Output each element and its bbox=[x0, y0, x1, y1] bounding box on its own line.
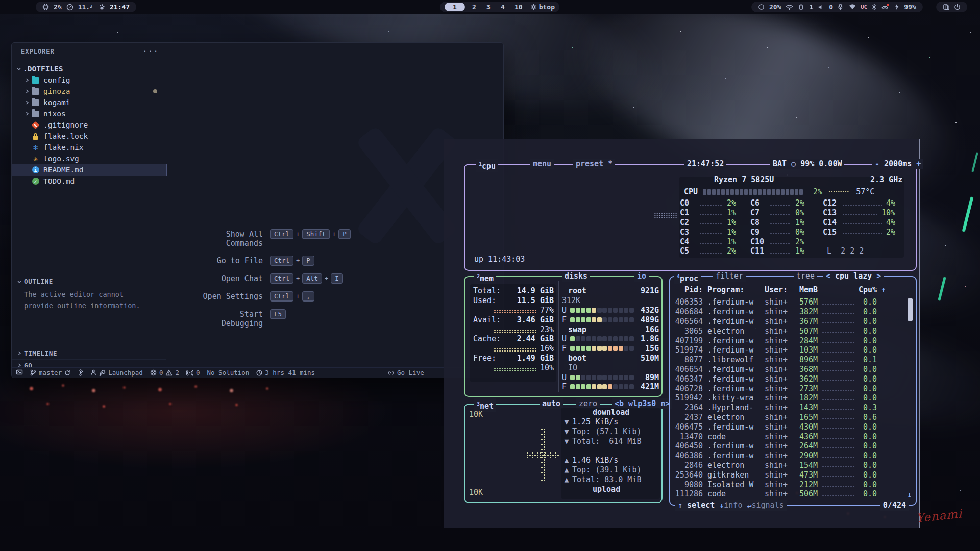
time-tracker-item[interactable]: 3 hrs 41 mins bbox=[256, 369, 315, 377]
process-row[interactable]: 111286codeshin+506M0.0 bbox=[670, 489, 916, 499]
process-row[interactable]: 406353.ferdium-wshin+576M0.0 bbox=[670, 297, 916, 307]
net-auto-button[interactable]: auto bbox=[540, 398, 563, 409]
process-row[interactable]: 406684.ferdium-wshin+382M0.0 bbox=[670, 307, 916, 317]
section-timeline[interactable]: TIMELINE bbox=[12, 347, 166, 359]
process-row[interactable]: 3065electronshin+507M0.0 bbox=[670, 326, 916, 336]
process-row[interactable]: 2846electronshin+154M0.0 bbox=[670, 461, 916, 470]
brightness-value: 20% bbox=[769, 3, 781, 11]
tree-root-dotfiles[interactable]: .DOTFILES bbox=[12, 63, 166, 74]
tree-item-README.md[interactable]: iREADME.md bbox=[12, 164, 166, 176]
disk-meter-row: U89M bbox=[562, 372, 659, 382]
proc-tree-button[interactable]: tree bbox=[794, 271, 817, 282]
key-cap: F5 bbox=[270, 309, 286, 319]
process-row[interactable]: 2437electronshin+165M0.6 bbox=[670, 413, 916, 422]
workspace-1[interactable]: 1 bbox=[445, 3, 465, 11]
process-row[interactable]: 406728.ferdium-wshin+273M0.0 bbox=[670, 384, 916, 393]
tree-item-ginoza[interactable]: ginoza bbox=[12, 86, 166, 97]
cpu-usage: 2% bbox=[54, 3, 62, 11]
proc-sort-control[interactable]: < cpu lazy > bbox=[823, 271, 884, 282]
process-row[interactable]: 519942.kitty-wrashin+182M0.0 bbox=[670, 393, 916, 403]
problems-item[interactable]: 0 2 bbox=[150, 369, 179, 377]
workspace-10[interactable]: 10 bbox=[512, 3, 525, 11]
keybinding-label: Go to File bbox=[195, 256, 263, 265]
process-row[interactable]: 2364.Hyprland-shin+143M0.3 bbox=[670, 403, 916, 413]
mem-stat-row: Avail:3.46 GiB bbox=[473, 315, 554, 324]
keybinding-hint: Start DebuggingF5 bbox=[195, 310, 481, 328]
proc-filter-button[interactable]: filter bbox=[713, 271, 746, 282]
tree-item-label: ginoza bbox=[43, 87, 70, 95]
ports-item[interactable]: 0 bbox=[186, 369, 200, 377]
explorer-more-actions-icon[interactable]: ··· bbox=[142, 46, 159, 56]
workspace-3[interactable]: 3 bbox=[483, 3, 494, 11]
process-row[interactable]: 406347.ferdium-wshin+362M0.0 bbox=[670, 374, 916, 384]
tree-item-flake.nix[interactable]: ✻flake.nix bbox=[12, 142, 166, 153]
disk-name-row: swap16G bbox=[562, 324, 659, 334]
vscode-statusbar: master Launchpad 0 2 0 No Solution 3 hrs… bbox=[12, 367, 503, 378]
core-stat-row: C11% bbox=[680, 208, 736, 218]
solution-item[interactable]: No Solution bbox=[207, 369, 249, 377]
tree-item-nixos[interactable]: nixos bbox=[12, 108, 166, 119]
process-row[interactable]: 9080Isolated Wshin+212M0.0 bbox=[670, 480, 916, 489]
net-scale-top: 10K bbox=[469, 410, 483, 419]
tree-item-flake.lock[interactable]: flake.lock bbox=[12, 131, 166, 142]
workspace-2[interactable]: 2 bbox=[469, 3, 479, 11]
tree-item-logo.svg[interactable]: ✳logo.svg bbox=[12, 153, 166, 164]
scroll-down-icon[interactable]: ↓ bbox=[907, 490, 912, 499]
disk-meter-row: F489G bbox=[562, 315, 659, 324]
process-row[interactable]: 8077.librewolfshin+896M0.1 bbox=[670, 355, 916, 365]
clock-pill[interactable]: 21:47 bbox=[92, 2, 136, 12]
mem-stat-graph-row: 77% bbox=[473, 306, 554, 315]
workspace-4[interactable]: 4 bbox=[498, 3, 508, 11]
section-outline[interactable]: OUTLINE bbox=[12, 276, 166, 287]
process-row[interactable]: 406386.ferdium-wshin+290M0.0 bbox=[670, 451, 916, 461]
key-cap: Ctrl bbox=[270, 229, 293, 239]
git-graph-icon bbox=[78, 369, 83, 376]
io-mode-button[interactable]: io bbox=[634, 271, 649, 282]
git-graph-item[interactable] bbox=[78, 369, 83, 376]
menu-button[interactable]: menu bbox=[530, 159, 554, 169]
process-row[interactable]: 13470codeshin+436M0.0 bbox=[670, 432, 916, 441]
remote-indicator[interactable] bbox=[16, 369, 23, 376]
proc-header-row[interactable]: Pid: Program: User: MemB Cpu% ↑ bbox=[670, 285, 916, 294]
git-branch-item[interactable]: master bbox=[30, 369, 70, 377]
modified-badge bbox=[153, 89, 157, 93]
proc-footer-keys[interactable]: ↑ select ↓info ↵signals bbox=[675, 500, 787, 511]
go-live-item[interactable]: Go Live bbox=[387, 369, 424, 377]
mem-box-title[interactable]: 2mem bbox=[474, 271, 496, 284]
load-average: L 2 2 2 bbox=[827, 246, 864, 256]
proc-scrollbar-thumb[interactable] bbox=[908, 298, 913, 321]
cpu-box-title[interactable]: 1cpu bbox=[476, 159, 498, 172]
process-row[interactable]: 406475.ferdium-wshin+430M0.0 bbox=[670, 422, 916, 432]
disks-title[interactable]: disks bbox=[562, 271, 590, 282]
connectivity-pill[interactable]: UC 99% bbox=[842, 2, 923, 12]
btop-window: 1cpu menu preset * 21:47:52 BAT ○ 99% 0.… bbox=[444, 139, 920, 528]
tree-item-kogami[interactable]: kogami bbox=[12, 97, 166, 108]
quick-stats-pill[interactable]: 20% 1 0 bbox=[751, 2, 850, 12]
proc-box-title[interactable]: 4proc bbox=[674, 271, 701, 284]
core-stat-row: C62% bbox=[750, 198, 804, 208]
process-row[interactable]: 406654.ferdium-wshin+368M0.0 bbox=[670, 365, 916, 374]
tree-item-label: nixos bbox=[43, 110, 66, 118]
update-interval-control[interactable]: - 2000ms + bbox=[872, 159, 923, 169]
tree-item-config[interactable]: config bbox=[12, 74, 166, 86]
process-row[interactable]: 519974.ferdium-wshin+103M0.0 bbox=[670, 345, 916, 355]
notification-mustache-icon bbox=[881, 4, 890, 10]
mem-stat-row: Used:11.5 GiB bbox=[473, 296, 554, 306]
battery-device-icon bbox=[798, 4, 804, 10]
process-row[interactable]: 253640gitkrakenshin+473M0.0 bbox=[670, 470, 916, 480]
cpu-graph-dots bbox=[654, 213, 677, 219]
clipboard-icon bbox=[943, 4, 949, 10]
preset-button[interactable]: preset * bbox=[573, 159, 615, 169]
clock-icon bbox=[256, 370, 262, 376]
process-row[interactable]: 407199.ferdium-wshin+284M0.0 bbox=[670, 336, 916, 345]
process-row[interactable]: 406450.ferdium-wshin+264M0.0 bbox=[670, 441, 916, 451]
launchpad-item[interactable]: Launchpad bbox=[90, 369, 143, 377]
brightness-icon bbox=[758, 4, 765, 10]
tree-item-TODO.md[interactable]: ✓TODO.md bbox=[12, 176, 166, 187]
focused-app-label[interactable]: btop bbox=[539, 3, 555, 11]
sync-icon bbox=[64, 370, 70, 376]
warning-icon bbox=[165, 369, 173, 376]
tree-item-.gitignore[interactable]: .gitignore bbox=[12, 119, 166, 131]
session-pill[interactable] bbox=[936, 2, 967, 12]
process-row[interactable]: 406564.ferdium-wshin+367M0.0 bbox=[670, 317, 916, 327]
